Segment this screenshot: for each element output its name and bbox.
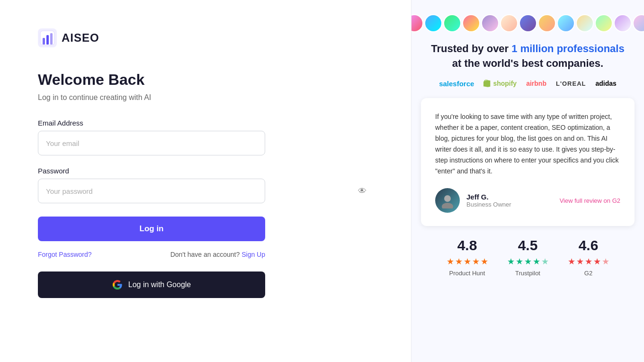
reviewer-info: Jeff G. Business Owner (466, 193, 553, 208)
google-icon (112, 280, 123, 290)
g2-stars: ★ ★ ★ ★ ★ (568, 256, 609, 267)
avatar (500, 14, 518, 32)
email-input[interactable] (38, 131, 265, 155)
password-group: Password 👁 (38, 167, 373, 203)
avatar (595, 14, 613, 32)
star-1: ★ (447, 256, 454, 267)
avatar (576, 14, 594, 32)
star-3: ★ (464, 256, 471, 267)
avatar (557, 14, 575, 32)
avatar (443, 14, 461, 32)
avatar (411, 14, 423, 32)
reviewer-name: Jeff G. (466, 193, 553, 201)
aiseo-logo-icon (38, 28, 57, 47)
svg-point-5 (444, 195, 451, 202)
product-hunt-label: Product Hunt (449, 270, 485, 277)
signup-prompt: Don't have an account? Sign Up (170, 251, 265, 258)
email-group: Email Address (38, 119, 373, 155)
product-hunt-score: 4.8 (457, 237, 477, 253)
star-3: ★ (585, 256, 592, 267)
star-1: ★ (507, 256, 515, 267)
star-2: ★ (455, 256, 463, 267)
avatar (481, 14, 499, 32)
star-4: ★ (593, 256, 601, 267)
password-label: Password (38, 167, 373, 175)
star-5-half: ★ (541, 256, 549, 267)
login-button[interactable]: Log in (38, 217, 265, 241)
brand-airbnb: airbnb (526, 80, 546, 87)
star-3: ★ (524, 256, 532, 267)
reviewer-avatar-icon (439, 192, 456, 208)
trusted-text: Trusted by over 1 million professionals … (431, 42, 624, 71)
g2-review-link[interactable]: View full review on G2 (560, 197, 620, 204)
password-input[interactable] (38, 179, 265, 203)
links-row: Forgot Password? Don't have an account? … (38, 251, 265, 258)
shopify-icon (483, 80, 491, 87)
logo-area: AISEO (38, 28, 373, 47)
star-5-half: ★ (602, 256, 609, 267)
trustpilot-stars: ★ ★ ★ ★ ★ (507, 256, 549, 267)
svg-rect-2 (43, 38, 45, 45)
star-5: ★ (481, 256, 488, 267)
email-label: Email Address (38, 119, 373, 127)
star-2: ★ (576, 256, 584, 267)
svg-rect-4 (50, 33, 53, 45)
right-panel: Trusted by over 1 million professionals … (411, 0, 644, 362)
avatar (519, 14, 537, 32)
trustpilot-label: Trustpilot (515, 270, 540, 277)
brand-shopify: shopify (483, 80, 517, 87)
email-input-wrapper (38, 131, 373, 155)
welcome-subtitle: Log in to continue creating with AI (38, 93, 373, 102)
signup-link[interactable]: Sign Up (242, 251, 265, 258)
avatar (462, 14, 480, 32)
svg-rect-3 (46, 35, 49, 45)
welcome-title: Welcome Back (38, 71, 373, 89)
trustpilot-score: 4.5 (518, 237, 538, 253)
toggle-password-icon[interactable]: 👁 (358, 186, 367, 196)
brands-row: salesforce shopify airbnb L'OREAL adidas (439, 80, 617, 88)
avatar (614, 14, 632, 32)
avatar (538, 14, 556, 32)
rating-trustpilot: 4.5 ★ ★ ★ ★ ★ Trustpilot (507, 237, 549, 277)
g2-label: G2 (584, 270, 592, 277)
forgot-password-link[interactable]: Forgot Password? (38, 251, 92, 258)
svg-point-6 (442, 203, 453, 208)
brand-salesforce: salesforce (439, 80, 474, 88)
google-login-button[interactable]: Log in with Google (38, 272, 265, 298)
avatar (424, 14, 442, 32)
rating-g2: 4.6 ★ ★ ★ ★ ★ G2 (568, 237, 609, 277)
brand-loreal: L'OREAL (556, 80, 586, 87)
brand-adidas: adidas (595, 80, 616, 87)
review-text: If you're looking to save time with any … (435, 111, 620, 177)
google-button-label: Log in with Google (128, 281, 191, 289)
g2-score: 4.6 (579, 237, 599, 253)
ratings-row: 4.8 ★ ★ ★ ★ ★ Product Hunt 4.5 ★ ★ ★ ★ ★… (447, 237, 609, 277)
avatars-row (411, 14, 644, 32)
star-4: ★ (533, 256, 540, 267)
reviewer-row: Jeff G. Business Owner View full review … (435, 188, 620, 213)
review-card: If you're looking to save time with any … (421, 98, 635, 226)
left-panel: AISEO Welcome Back Log in to continue cr… (0, 0, 411, 362)
star-2: ★ (516, 256, 523, 267)
rating-product-hunt: 4.8 ★ ★ ★ ★ ★ Product Hunt (447, 237, 488, 277)
reviewer-avatar (435, 188, 460, 213)
avatar (633, 14, 644, 32)
app-name: AISEO (62, 31, 99, 45)
product-hunt-stars: ★ ★ ★ ★ ★ (447, 256, 488, 267)
password-input-wrapper: 👁 (38, 179, 373, 203)
reviewer-title: Business Owner (466, 201, 553, 208)
star-4: ★ (472, 256, 480, 267)
star-1: ★ (568, 256, 575, 267)
